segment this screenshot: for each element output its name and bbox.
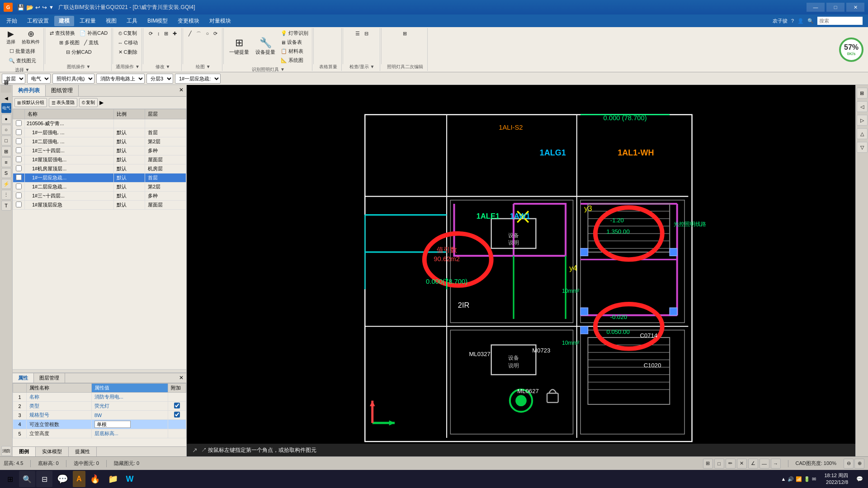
menu-contrast[interactable]: 对量模块 — [205, 16, 236, 26]
prop-close-btn[interactable]: ✕ — [176, 373, 186, 383]
table-row[interactable]: 1#机房屋顶层... 默认 机房层 — [13, 164, 186, 174]
profession-select[interactable]: 电气 — [27, 74, 51, 84]
row-name[interactable]: 1#机房屋顶层... — [25, 164, 114, 174]
h-scrollbar[interactable] — [13, 369, 186, 373]
ribbon-btn-check1[interactable]: ☰ — [354, 30, 362, 38]
strip-icon-5[interactable]: ⊞ — [1, 146, 11, 156]
qa-save[interactable]: 💾 — [17, 4, 24, 11]
notification-btn[interactable]: 💬 — [853, 476, 866, 482]
search-input[interactable] — [817, 17, 863, 25]
qa-undo[interactable]: ↩ — [35, 4, 40, 11]
taskbar-battery-icon[interactable]: 🔋 — [804, 476, 810, 482]
sidebar-close-btn[interactable]: ✕ — [176, 85, 186, 96]
component-type-select[interactable]: 照明灯具(电) — [52, 74, 94, 84]
prop-row-extra[interactable] — [168, 402, 186, 411]
status-rect-icon[interactable]: □ — [714, 459, 724, 469]
table-row[interactable]: 1#屋顶层强电... 默认 屋面层 — [13, 155, 186, 164]
row-name[interactable]: 1#三~十四层... — [25, 192, 114, 201]
strip-icon-t[interactable]: T — [1, 201, 11, 211]
btn-group-default[interactable]: ⊞ 按默认分组 — [14, 98, 47, 107]
menu-start[interactable]: 开始 — [2, 16, 22, 26]
help-btn[interactable]: ? — [791, 18, 794, 23]
prop-tab-attributes[interactable]: 属性 — [13, 373, 34, 383]
table-row[interactable]: 1#屋顶层应急 默认 屋面层 — [13, 201, 186, 210]
row-checkbox[interactable] — [13, 146, 25, 155]
prop-row-extra[interactable] — [168, 411, 186, 420]
row-checkbox[interactable] — [13, 201, 25, 210]
checkbox-input[interactable] — [16, 192, 22, 198]
menu-change[interactable]: 变更模块 — [173, 16, 204, 26]
ribbon-btn-modify4[interactable]: ✚ — [171, 30, 179, 38]
checkbox-input[interactable] — [16, 120, 22, 126]
row-name[interactable]: 1#二层强电. ... — [25, 137, 114, 146]
table-row[interactable]: 1#一层强电. ... 默认 首层 — [13, 128, 186, 137]
zoom-in-btn[interactable]: ⊕ — [854, 459, 864, 469]
status-edit-icon[interactable]: ✏ — [726, 459, 736, 469]
table-row[interactable]: 210506-威宁青... — [13, 119, 186, 128]
prop-row-value[interactable] — [91, 420, 168, 429]
table-row[interactable]: 1#三~十四层... 默认 多种 — [13, 192, 186, 201]
menu-view[interactable]: 视图 — [101, 16, 121, 26]
taskbar-msg-icon[interactable]: ✉ — [812, 476, 816, 482]
floor-select[interactable]: 首层 — [2, 74, 25, 84]
taskbar-search-btn[interactable]: 🔍 — [19, 471, 35, 487]
ribbon-btn-modify3[interactable]: ⊞ — [162, 30, 170, 38]
prop-edit-input[interactable] — [94, 421, 131, 428]
row-name[interactable]: 1#一层应急疏... — [25, 174, 114, 183]
strip-icon-6[interactable]: ≡ — [1, 157, 11, 167]
ribbon-btn-modify2[interactable]: ↕ — [156, 30, 162, 37]
prop-bottom-tab-extract[interactable]: 提属性 — [69, 447, 97, 456]
ribbon-btn-multi-view[interactable]: ⊞ 多视图 — [57, 38, 81, 47]
prop-extra-checkbox[interactable] — [174, 403, 180, 408]
circuit-select[interactable]: 消防专用电路上 — [96, 74, 145, 84]
taskbar-fire-btn[interactable]: 🔥 — [86, 471, 104, 487]
ribbon-btn-move[interactable]: ↔ C移动 — [116, 38, 140, 47]
list-toolbar-expand[interactable]: ▶ — [99, 99, 104, 106]
strip-icon-electric[interactable]: 电气 — [1, 103, 11, 113]
row-name[interactable]: 1#屋顶层强电... — [25, 155, 114, 164]
checkbox-input[interactable] — [16, 138, 22, 144]
layer-select[interactable]: 分层3 — [146, 74, 173, 84]
row-name[interactable]: 1#二层应急疏... — [25, 183, 114, 192]
ribbon-btn-select[interactable]: ▶ 选择 — [3, 29, 19, 46]
ribbon-btn-modify1[interactable]: ⟳ — [147, 30, 155, 38]
qa-redo[interactable]: ↪ — [42, 4, 47, 11]
minimize-btn[interactable]: — — [807, 3, 825, 12]
menu-build[interactable]: 建模 — [54, 16, 74, 26]
ribbon-btn-split-cad[interactable]: ⊟ 分解CAD — [64, 48, 94, 56]
checkbox-input[interactable] — [16, 147, 22, 153]
ribbon-btn-sup-cad[interactable]: 📄 补画CAD — [78, 29, 109, 38]
strip-icon-2[interactable]: ● — [1, 114, 11, 124]
row-checkbox[interactable] — [13, 137, 25, 146]
row-checkbox[interactable] — [13, 174, 25, 183]
ribbon-btn-copy[interactable]: © C复制 — [117, 29, 139, 38]
row-checkbox[interactable] — [13, 155, 25, 164]
menu-project-settings[interactable]: 工程设置 — [23, 16, 53, 26]
checkbox-input[interactable] — [16, 183, 22, 189]
menu-bim[interactable]: BIM模型 — [143, 16, 172, 26]
ribbon-btn-batch-select[interactable]: ☐ 批量选择 — [8, 47, 37, 56]
taskbar-start-btn[interactable]: ⊞ — [2, 471, 18, 487]
ribbon-btn-light-strip[interactable]: 💡 灯带识别 — [279, 29, 310, 38]
ribbon-btn-delete[interactable]: ✕ C删除 — [117, 48, 139, 56]
ribbon-btn-draw1[interactable]: ╱ — [187, 30, 193, 38]
status-arrow-icon[interactable]: → — [771, 459, 781, 469]
qa-extra[interactable]: ▼ — [49, 5, 54, 10]
ribbon-btn-check2[interactable]: ⊟ — [363, 30, 370, 38]
prop-bottom-tab-example[interactable]: 图例 — [13, 447, 36, 456]
taskbar-clock[interactable]: 18:12 周四 2022/12/8 — [821, 472, 852, 486]
right-icon-5[interactable]: ▽ — [857, 142, 868, 153]
status-angle-icon[interactable]: ∠ — [748, 459, 758, 469]
taskbar-taskview-btn[interactable]: ⊟ — [36, 471, 52, 487]
strip-icon-s[interactable]: S — [1, 168, 11, 178]
row-name[interactable]: 1#屋顶层应急 — [25, 201, 114, 210]
taskbar-volume-icon[interactable]: 🔊 — [788, 476, 794, 482]
ribbon-btn-device-measure[interactable]: 🔧 设备提量 — [253, 36, 278, 57]
taskbar-explorer-btn[interactable]: 📁 — [104, 471, 122, 487]
ribbon-btn-draw2[interactable]: ⌒ — [194, 30, 203, 38]
strip-icon-4[interactable]: □ — [1, 136, 11, 145]
nav-collapse-btn[interactable]: ◀ — [2, 94, 11, 103]
btn-copy-list[interactable]: © 复制 — [79, 98, 98, 107]
close-btn[interactable]: ✕ — [846, 3, 864, 12]
tab-drawing-management[interactable]: 图纸管理 — [46, 85, 79, 96]
